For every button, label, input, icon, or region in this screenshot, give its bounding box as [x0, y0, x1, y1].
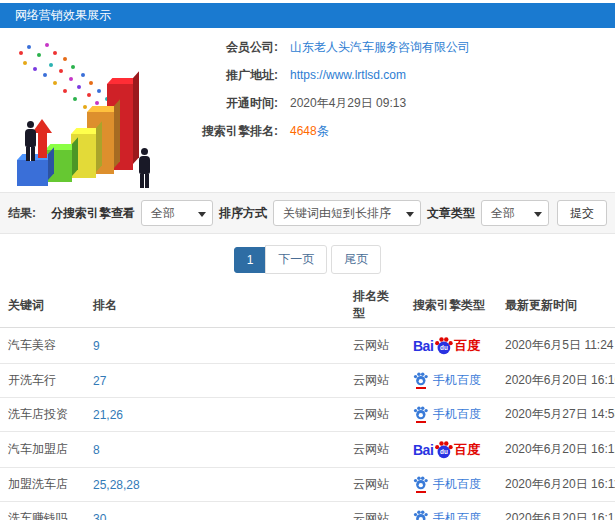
rank-type-cell: 云网站 — [345, 432, 405, 468]
mobile-baidu-text: 手机百度 — [433, 406, 481, 423]
company-label: 会员公司: — [178, 39, 278, 56]
rank-type-cell: 云网站 — [345, 468, 405, 502]
info-row-rank-count: 搜索引擎排名: 4648条 — [178, 122, 470, 140]
engine-cell: Bai du 百度 — [405, 328, 497, 364]
table-row: 开洗车行 27 云网站 手机百度 2020年6月20日 16:16 — [0, 364, 615, 398]
header-rank-type: 排名类型 — [345, 282, 405, 328]
article-type-label: 文章类型 — [427, 205, 475, 222]
baidu-logo: Bai du 百度 — [413, 440, 480, 459]
keyword-cell: 汽车加盟店 — [0, 432, 85, 468]
filter-bar: 结果: 分搜索引擎查看 全部 排序方式 关键词由短到长排序 文章类型 全部 提交 — [0, 192, 615, 234]
keyword-ranking-table: 关键词 排名 排名类型 搜索引擎类型 最新更新时间 汽车美容 9 云网站 Bai… — [0, 282, 615, 520]
rank-type-cell: 云网站 — [345, 364, 405, 398]
mobile-baidu-paw-icon — [413, 406, 428, 423]
engine-filter-select[interactable]: 全部 — [141, 200, 213, 226]
submit-button[interactable]: 提交 — [557, 200, 607, 226]
article-type-select[interactable]: 全部 — [481, 200, 549, 226]
keyword-cell: 洗车店投资 — [0, 398, 85, 432]
mobile-baidu-paw-icon — [413, 476, 428, 493]
baidu-logo-cn-text: 百度 — [454, 337, 480, 355]
update-time-cell: 2020年5月27日 14:58 — [497, 398, 615, 432]
rank-cell: 25,28,28 — [85, 468, 345, 502]
info-row-url: 推广地址: https://www.lrtlsd.com — [178, 66, 470, 84]
baidu-logo-cn-text: 百度 — [454, 441, 480, 459]
update-time-cell: 2020年6月20日 16:12 — [497, 502, 615, 520]
rank-type-cell: 云网站 — [345, 328, 405, 364]
header-update-time: 最新更新时间 — [497, 282, 615, 328]
update-time-cell: 2020年6月20日 16:11 — [497, 468, 615, 502]
page-header: 网络营销效果展示 — [0, 3, 615, 28]
rank-cell: 9 — [85, 328, 345, 364]
open-time-label: 开通时间: — [178, 95, 278, 112]
rank-cell: 21,26 — [85, 398, 345, 432]
info-row-company: 会员公司: 山东老人头汽车服务咨询有限公司 — [178, 38, 470, 56]
baidu-logo: Bai du 百度 — [413, 336, 480, 355]
company-link[interactable]: 山东老人头汽车服务咨询有限公司 — [290, 39, 470, 56]
sort-label: 排序方式 — [219, 205, 267, 222]
promo-url-link[interactable]: https://www.lrtlsd.com — [290, 68, 406, 82]
up-arrow-icon — [38, 132, 47, 158]
rank-cell: 30 — [85, 502, 345, 520]
keyword-cell: 加盟洗车店 — [0, 468, 85, 502]
header-keyword: 关键词 — [0, 282, 85, 328]
table-row: 汽车加盟店 8 云网站 Bai du 百度 2020年6月20日 16:12 — [0, 432, 615, 468]
baidu-paw-icon: du — [434, 440, 453, 459]
mobile-baidu-logo: 手机百度 — [413, 510, 481, 520]
header-engine-type: 搜索引擎类型 — [405, 282, 497, 328]
mobile-baidu-logo: 手机百度 — [413, 476, 481, 493]
rank-cell: 27 — [85, 364, 345, 398]
table-row: 加盟洗车店 25,28,28 云网站 手机百度 2020年6月20日 16:11 — [0, 468, 615, 502]
keyword-cell: 汽车美容 — [0, 328, 85, 364]
hero-section: 会员公司: 山东老人头汽车服务咨询有限公司 推广地址: https://www.… — [0, 28, 615, 192]
businessman-figure-left — [23, 121, 37, 161]
rank-cell: 8 — [85, 432, 345, 468]
table-row: 汽车美容 9 云网站 Bai du 百度 2020年6月5日 11:24 — [0, 328, 615, 364]
engine-cell: 手机百度 — [405, 502, 497, 520]
sort-select[interactable]: 关键词由短到长排序 — [273, 200, 421, 226]
svg-text:du: du — [440, 344, 448, 351]
open-time-value: 2020年4月29日 09:13 — [290, 95, 406, 112]
chart-bar-blue — [17, 160, 48, 186]
mobile-baidu-text: 手机百度 — [433, 510, 481, 520]
keyword-cell: 开洗车行 — [0, 364, 85, 398]
rank-count-label: 搜索引擎排名: — [178, 123, 278, 140]
mobile-baidu-logo: 手机百度 — [413, 372, 481, 389]
rank-type-cell: 云网站 — [345, 398, 405, 432]
update-time-cell: 2020年6月20日 16:16 — [497, 364, 615, 398]
mobile-baidu-text: 手机百度 — [433, 476, 481, 493]
update-time-cell: 2020年6月5日 11:24 — [497, 328, 615, 364]
pagination: 1 下一页 尾页 — [0, 245, 615, 274]
mobile-baidu-paw-icon — [413, 372, 428, 389]
mobile-baidu-logo: 手机百度 — [413, 406, 481, 423]
table-row: 洗车赚钱吗 30 云网站 手机百度 2020年6月20日 16:12 — [0, 502, 615, 520]
svg-text:du: du — [440, 448, 448, 455]
chevron-down-icon — [406, 212, 414, 221]
mobile-baidu-paw-icon — [413, 510, 428, 520]
next-page-button[interactable]: 下一页 — [265, 245, 327, 274]
update-time-cell: 2020年6月20日 16:12 — [497, 432, 615, 468]
bar-chart-illustration — [5, 33, 190, 188]
baidu-paw-icon: du — [434, 336, 453, 355]
page-title: 网络营销效果展示 — [15, 8, 111, 22]
filter-controls: 分搜索引擎查看 全部 排序方式 关键词由短到长排序 文章类型 全部 提交 — [45, 200, 607, 226]
result-label: 结果: — [8, 205, 36, 222]
account-info: 会员公司: 山东老人头汽车服务咨询有限公司 推广地址: https://www.… — [178, 38, 470, 150]
last-page-button[interactable]: 尾页 — [331, 245, 381, 274]
keyword-cell: 洗车赚钱吗 — [0, 502, 85, 520]
rank-type-cell: 云网站 — [345, 502, 405, 520]
confetti-dots-decoration — [19, 51, 23, 55]
rank-count-value: 4648条 — [290, 123, 329, 140]
keyword-table-body: 汽车美容 9 云网站 Bai du 百度 2020年6月5日 11:24 开洗车… — [0, 328, 615, 520]
page-button-current[interactable]: 1 — [234, 247, 267, 273]
table-header-row: 关键词 排名 排名类型 搜索引擎类型 最新更新时间 — [0, 282, 615, 328]
sort-value: 关键词由短到长排序 — [283, 206, 391, 220]
rank-count-unit: 条 — [317, 124, 329, 138]
businessman-figure-right — [137, 148, 151, 188]
chevron-down-icon — [198, 212, 206, 221]
baidu-logo-bai-text: Bai — [413, 338, 433, 354]
rank-count-number: 4648 — [290, 124, 317, 138]
engine-filter-label: 分搜索引擎查看 — [51, 205, 135, 222]
engine-cell: Bai du 百度 — [405, 432, 497, 468]
mobile-baidu-text: 手机百度 — [433, 372, 481, 389]
engine-cell: 手机百度 — [405, 468, 497, 502]
